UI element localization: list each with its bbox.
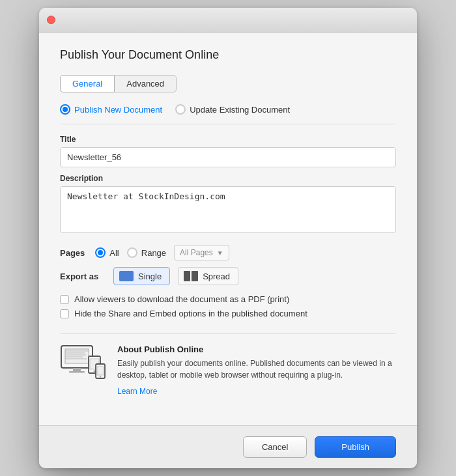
checkbox-share-box [60,309,69,318]
description-label: Description [60,174,396,183]
svg-rect-13 [97,367,104,375]
dialog-footer: Cancel Publish [39,425,417,468]
export-single-label: Single [138,272,162,281]
radio-pages-all[interactable]: All [95,247,119,258]
title-label: Title [60,135,396,144]
checkboxes-section: Allow viewers to download the document a… [60,294,396,334]
chevron-down-icon: ▼ [217,249,223,257]
about-heading: About Publish Online [117,344,396,354]
title-bar [39,8,417,33]
export-spread-label: Spread [203,272,230,281]
export-as-row: Export as Single Spread [60,267,396,285]
description-input[interactable]: Newsletter at StockInDesign.com [60,186,396,233]
svg-rect-8 [69,371,85,373]
about-section: About Publish Online Easily publish your… [60,344,396,397]
title-input[interactable] [60,147,396,167]
tab-advanced[interactable]: Advanced [115,75,177,92]
radio-publish-new-label: Publish New Document [74,105,162,115]
dialog-window: Publish Your Document Online General Adv… [39,8,417,468]
checkbox-pdf[interactable]: Allow viewers to download the document a… [60,294,396,304]
svg-point-11 [94,371,96,372]
radio-pages-all-label: All [109,248,119,258]
checkbox-share[interactable]: Hide the Share and Embed options in the … [60,309,396,318]
about-text-block: About Publish Online Easily publish your… [117,344,396,397]
checkbox-pdf-label: Allow viewers to download the document a… [74,294,289,304]
radio-publish-new-circle [60,104,70,115]
publish-button[interactable]: Publish [315,436,396,458]
checkbox-share-label: Hide the Share and Embed options in the … [74,309,307,318]
export-spread-option[interactable]: Spread [178,267,238,285]
radio-update-existing[interactable]: Update Existing Document [175,104,290,115]
window-content: Publish Your Document Online General Adv… [39,33,417,425]
dialog-title: Publish Your Document Online [60,48,396,62]
svg-rect-7 [73,368,81,371]
tab-general[interactable]: General [60,75,115,92]
cancel-button[interactable]: Cancel [243,436,307,458]
radio-pages-range-circle [127,247,137,258]
about-body: Easily publish your documents online. Pu… [117,357,396,381]
pages-label: Pages [60,248,85,258]
pages-dropdown[interactable]: All Pages ▼ [174,245,229,260]
pages-row: Pages All Range All Pages ▼ [60,245,396,260]
publish-mode-radio-group: Publish New Document Update Existing Doc… [60,104,396,124]
radio-publish-new[interactable]: Publish New Document [60,104,162,115]
export-as-label: Export as [60,272,106,281]
single-page-icon [119,271,134,281]
tab-bar: General Advanced [60,75,396,92]
pages-dropdown-value: All Pages [180,248,213,257]
radio-update-existing-label: Update Existing Document [190,105,290,115]
close-button[interactable] [47,16,55,24]
checkbox-pdf-box [60,295,69,304]
radio-pages-range-label: Range [141,248,166,258]
radio-pages-range[interactable]: Range [127,247,166,258]
learn-more-link[interactable]: Learn More [117,387,157,396]
devices-icon [60,344,107,384]
radio-pages-all-circle [95,247,106,258]
spread-page-icon [184,271,198,281]
radio-update-existing-circle [175,104,186,115]
svg-point-14 [100,376,101,377]
export-single-option[interactable]: Single [113,267,170,285]
